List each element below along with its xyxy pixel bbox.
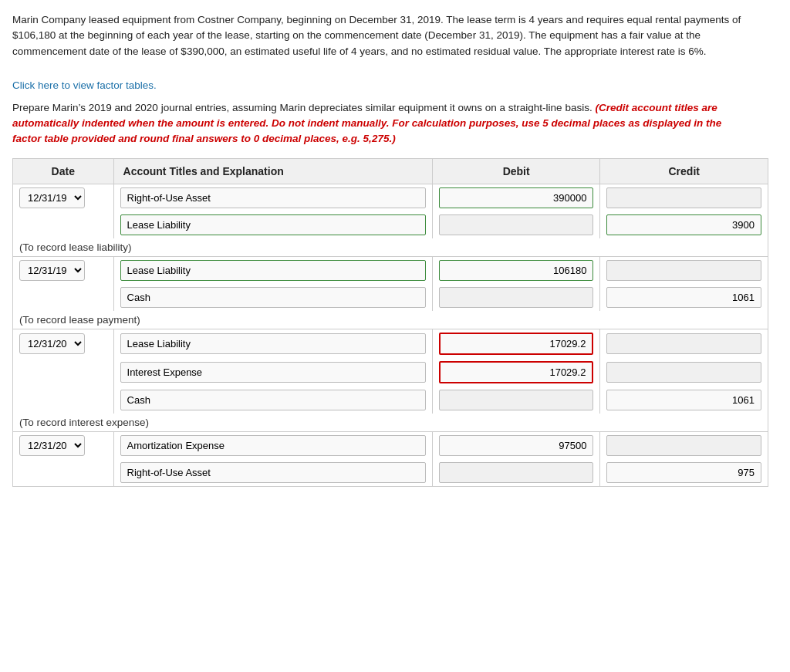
debit-input[interactable]: [439, 390, 594, 410]
debit-input[interactable]: [439, 260, 594, 281]
section-border-row: [13, 486, 768, 487]
account-input[interactable]: [120, 287, 426, 308]
debit-input[interactable]: [439, 187, 594, 208]
account-input[interactable]: [120, 462, 426, 483]
account-input[interactable]: [120, 260, 426, 281]
table-row: [13, 358, 768, 387]
note-text: (To record lease payment): [13, 311, 768, 329]
account-input[interactable]: [120, 214, 426, 235]
date-select-section4[interactable]: 12/31/20: [19, 435, 85, 456]
journal-table: Date Account Titles and Explanation Debi…: [12, 158, 768, 487]
debit-input[interactable]: [439, 287, 594, 308]
note-text: (To record lease liability): [13, 238, 768, 257]
credit-input[interactable]: [606, 214, 761, 235]
intro-paragraph: Marin Company leased equipment from Cost…: [12, 12, 753, 59]
date-select-section3[interactable]: 12/31/20: [19, 333, 85, 354]
debit-input[interactable]: [439, 462, 594, 483]
date-select-section1[interactable]: 12/31/19: [19, 187, 85, 208]
account-input[interactable]: [120, 435, 426, 456]
table-header-row: Date Account Titles and Explanation Debi…: [13, 158, 768, 184]
header-debit: Debit: [432, 158, 600, 184]
account-input[interactable]: [120, 187, 426, 208]
table-row: [13, 459, 768, 487]
note-row: (To record lease liability): [13, 238, 768, 257]
credit-input[interactable]: [606, 187, 761, 208]
table-row: 12/31/19: [13, 184, 768, 211]
header-credit: Credit: [600, 158, 768, 184]
note-text: (To record interest expense): [13, 414, 768, 432]
table-row: 12/31/20: [13, 329, 768, 358]
account-input[interactable]: [120, 362, 426, 383]
header-account: Account Titles and Explanation: [113, 158, 432, 184]
account-input[interactable]: [120, 333, 426, 354]
table-row: [13, 387, 768, 414]
credit-input[interactable]: [606, 287, 761, 308]
credit-input[interactable]: [606, 260, 761, 281]
table-row: 12/31/19: [13, 256, 768, 284]
note-row: (To record interest expense): [13, 414, 768, 432]
debit-input[interactable]: [439, 214, 594, 235]
debit-input[interactable]: [439, 361, 594, 383]
note-row: (To record lease payment): [13, 311, 768, 329]
credit-input[interactable]: [606, 435, 761, 456]
debit-input[interactable]: [439, 435, 594, 456]
credit-input[interactable]: [606, 462, 761, 483]
account-input[interactable]: [120, 390, 426, 410]
debit-input[interactable]: [439, 333, 594, 355]
header-date: Date: [13, 158, 114, 184]
table-row: [13, 284, 768, 311]
credit-input[interactable]: [606, 390, 761, 410]
table-row: [13, 211, 768, 238]
prepare-paragraph: Prepare Marin’s 2019 and 2020 journal en…: [12, 100, 753, 147]
table-row: 12/31/20: [13, 431, 768, 459]
date-select-section2[interactable]: 12/31/19: [19, 260, 85, 281]
credit-input[interactable]: [606, 333, 761, 354]
prepare-prefix: Prepare Marin’s 2019 and 2020 journal en…: [12, 102, 592, 113]
credit-input[interactable]: [606, 362, 761, 383]
factor-tables-link[interactable]: Click here to view factor tables.: [12, 79, 778, 91]
